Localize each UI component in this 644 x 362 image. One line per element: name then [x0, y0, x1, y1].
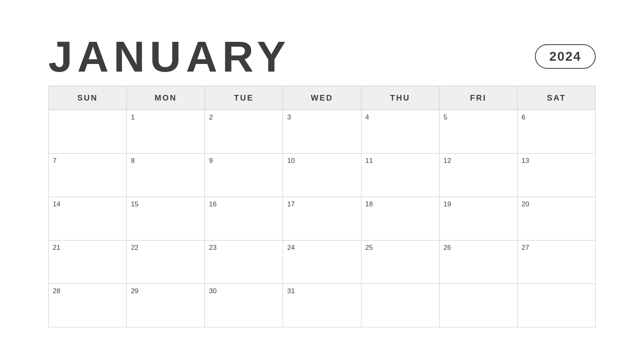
calendar-day-cell[interactable]: 7 — [49, 153, 127, 197]
weekday-sun: SUN — [49, 86, 127, 110]
calendar-day-cell[interactable]: 30 — [205, 284, 283, 327]
day-number: 10 — [287, 157, 295, 165]
calendar-week-row: 28293031 — [49, 284, 596, 327]
day-number: 25 — [365, 244, 373, 251]
weekday-mon: MON — [127, 86, 205, 110]
weekday-header-row: SUN MON TUE WED THU FRI SAT — [49, 86, 596, 110]
calendar-day-cell[interactable]: 9 — [205, 153, 283, 197]
day-number: 22 — [131, 244, 138, 251]
day-number: 13 — [522, 157, 529, 165]
calendar-container: JANUARY 2024 SUN MON TUE WED THU FRI SAT… — [24, 19, 620, 343]
day-number: 6 — [522, 113, 525, 121]
day-number: 18 — [365, 200, 373, 208]
calendar-week-row: 14151617181920 — [49, 197, 596, 240]
weekday-sat: SAT — [517, 86, 595, 110]
day-number: 21 — [53, 244, 60, 251]
calendar-day-cell[interactable]: 3 — [283, 110, 361, 153]
day-number: 3 — [287, 113, 291, 121]
calendar-day-cell[interactable]: 10 — [283, 153, 361, 197]
day-number: 14 — [53, 200, 60, 208]
day-number: 31 — [287, 287, 295, 295]
calendar-day-cell[interactable]: 17 — [283, 197, 361, 240]
day-number: 27 — [522, 244, 529, 251]
calendar-day-cell[interactable]: 11 — [361, 153, 439, 197]
calendar-day-cell[interactable]: 27 — [517, 240, 595, 284]
month-title: JANUARY — [48, 35, 291, 78]
calendar-day-cell[interactable]: 6 — [517, 110, 595, 153]
day-number: 9 — [209, 157, 213, 165]
calendar-day-cell[interactable]: 24 — [283, 240, 361, 284]
calendar-day-cell[interactable]: 15 — [127, 197, 205, 240]
calendar-day-cell[interactable]: 31 — [283, 284, 361, 327]
day-number: 26 — [444, 244, 451, 251]
day-number: 2 — [209, 113, 213, 121]
day-number: 15 — [131, 200, 138, 208]
calendar-week-row: 123456 — [49, 110, 596, 153]
calendar-grid: SUN MON TUE WED THU FRI SAT 123456789101… — [48, 86, 596, 327]
calendar-day-cell[interactable]: 26 — [439, 240, 517, 284]
day-number: 17 — [287, 200, 295, 208]
day-number: 11 — [365, 157, 373, 165]
calendar-day-cell[interactable]: 14 — [49, 197, 127, 240]
calendar-day-cell[interactable]: 13 — [517, 153, 595, 197]
day-number: 12 — [444, 157, 451, 165]
day-number: 30 — [209, 287, 217, 295]
calendar-week-row: 78910111213 — [49, 153, 596, 197]
weekday-wed: WED — [283, 86, 361, 110]
weekday-tue: TUE — [205, 86, 283, 110]
day-number: 16 — [209, 200, 217, 208]
calendar-day-cell[interactable]: 2 — [205, 110, 283, 153]
year-badge: 2024 — [535, 44, 596, 69]
calendar-day-cell[interactable]: 28 — [49, 284, 127, 327]
day-number: 19 — [444, 200, 451, 208]
calendar-day-cell[interactable]: 29 — [127, 284, 205, 327]
calendar-day-cell[interactable] — [439, 284, 517, 327]
day-number: 8 — [131, 157, 134, 165]
day-number: 20 — [522, 200, 529, 208]
day-number: 28 — [53, 287, 60, 295]
weekday-thu: THU — [361, 86, 439, 110]
calendar-day-cell[interactable]: 22 — [127, 240, 205, 284]
calendar-week-row: 21222324252627 — [49, 240, 596, 284]
calendar-day-cell[interactable]: 16 — [205, 197, 283, 240]
calendar-day-cell[interactable]: 21 — [49, 240, 127, 284]
calendar-day-cell[interactable] — [49, 110, 127, 153]
calendar-day-cell[interactable]: 4 — [361, 110, 439, 153]
calendar-body: 1234567891011121314151617181920212223242… — [49, 110, 596, 327]
weekday-fri: FRI — [439, 86, 517, 110]
calendar-day-cell[interactable]: 18 — [361, 197, 439, 240]
calendar-day-cell[interactable]: 12 — [439, 153, 517, 197]
calendar-day-cell[interactable] — [517, 284, 595, 327]
calendar-day-cell[interactable]: 19 — [439, 197, 517, 240]
calendar-day-cell[interactable]: 5 — [439, 110, 517, 153]
calendar-header: JANUARY 2024 — [48, 35, 596, 78]
day-number: 1 — [131, 113, 134, 121]
day-number: 29 — [131, 287, 138, 295]
day-number: 5 — [444, 113, 447, 121]
calendar-day-cell[interactable] — [361, 284, 439, 327]
calendar-day-cell[interactable]: 1 — [127, 110, 205, 153]
day-number: 23 — [209, 244, 217, 251]
calendar-day-cell[interactable]: 20 — [517, 197, 595, 240]
calendar-day-cell[interactable]: 25 — [361, 240, 439, 284]
day-number: 24 — [287, 244, 295, 251]
day-number: 4 — [365, 113, 369, 121]
day-number: 7 — [53, 157, 56, 165]
calendar-day-cell[interactable]: 8 — [127, 153, 205, 197]
calendar-day-cell[interactable]: 23 — [205, 240, 283, 284]
